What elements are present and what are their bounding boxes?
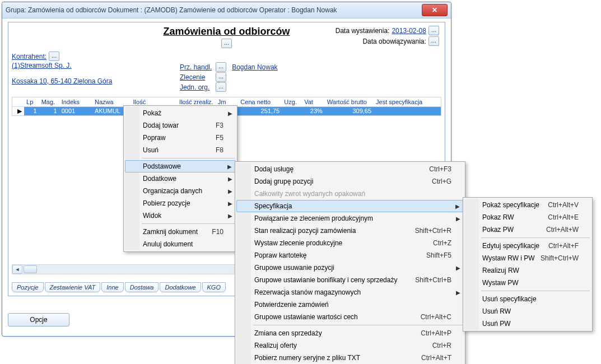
tab-dodatkowe[interactable]: Dodatkowe <box>160 282 201 292</box>
opcje-label: Opcje <box>30 316 47 324</box>
scroll-left-icon[interactable]: ◄ <box>12 265 22 274</box>
menu-item-label: Popraw kartotekę <box>254 251 306 259</box>
menu-item[interactable]: Zamknij dokumentF10 <box>125 226 236 238</box>
date-effect-picker[interactable]: ... <box>428 36 439 46</box>
menu-item[interactable]: Podstawowe▶ <box>125 160 236 172</box>
menu-item-label: Popraw <box>143 134 166 142</box>
menu-item-label: Stan realizacji pozycji zamówienia <box>254 227 356 235</box>
menu-shortcut: Ctrl+Alt+F <box>548 242 579 250</box>
menu-shortcut: Shift+Ctrl+W <box>541 254 579 262</box>
menu-item[interactable]: Powiązanie ze zleceniem produkcyjnym▶ <box>236 212 464 225</box>
title-more-button[interactable]: ... <box>221 39 232 48</box>
chevron-right-icon: ▶ <box>456 265 460 271</box>
prz-handl-picker[interactable]: ... <box>216 62 226 72</box>
menu-item[interactable]: Dodaj towarF3 <box>125 119 236 132</box>
tab-dostawa[interactable]: Dostawa <box>125 282 159 292</box>
chevron-right-icon: ▶ <box>228 110 232 116</box>
cell-vat: 23% <box>302 107 325 115</box>
operator-link[interactable]: Bogdan Nowak <box>232 63 277 71</box>
tab-pozycje[interactable]: Pozycje <box>12 282 44 292</box>
zlecenie-picker[interactable]: ... <box>216 72 226 82</box>
menu-item[interactable]: Realizuj ofertyCtrl+R <box>236 339 464 352</box>
menu-item[interactable]: Dodatkowe▶ <box>125 172 236 185</box>
menu-item[interactable]: Wystaw RW i PWShift+Ctrl+W <box>464 252 591 264</box>
menu-item[interactable]: Pokaż▶ <box>125 107 236 119</box>
chevron-right-icon: ▶ <box>228 176 232 182</box>
menu-item[interactable]: Grupowe ustawianie wartości cechCtrl+Alt… <box>236 311 464 323</box>
menu-item[interactable]: Edytuj specyfikacjeCtrl+Alt+F <box>464 240 591 252</box>
menu-item[interactable]: Popraw kartotekęShift+F5 <box>236 249 464 262</box>
menu-item[interactable]: Rezerwacja stanów magazynowych▶ <box>236 286 464 298</box>
date-issue-picker[interactable]: ... <box>428 26 439 35</box>
menu-item-label: Usuń specyfikacje <box>482 295 537 303</box>
menu-item[interactable]: Grupowe usuwanie pozycji▶ <box>236 262 464 274</box>
menu-item[interactable]: Usuń PW <box>464 318 591 330</box>
menu-item[interactable]: Pobierz numery seryjne z pliku TXTCtrl+A… <box>236 352 464 364</box>
menu-item[interactable]: Pokaż specyfikacjeCtrl+Alt+V <box>464 199 591 211</box>
cell-spec <box>374 107 441 115</box>
col-mag[interactable]: Mag. <box>39 97 59 107</box>
menu-item[interactable]: Zmiana cen sprzedażyCtrl+Alt+P <box>236 327 464 339</box>
menu-item-label: Wystaw zlecenie produkcyjne <box>254 239 342 247</box>
menu-shortcut: Shift+F5 <box>426 251 451 259</box>
menu-item[interactable]: Usuń RW <box>464 305 591 318</box>
col-wb[interactable]: Wartość brutto <box>325 97 374 107</box>
menu-item-label: Usuń PW <box>482 320 511 328</box>
menu-item-label: Całkowity zwrot wydanych opakowań <box>254 190 365 198</box>
menu-item[interactable]: Pokaz PWCtrl+Alt+W <box>464 223 591 236</box>
close-button[interactable]: ✕ <box>422 4 448 16</box>
menu-item[interactable]: Widok▶ <box>125 209 236 222</box>
col-cena[interactable]: Cena netto <box>238 97 282 107</box>
context-menu-level1[interactable]: Pokaż▶Dodaj towarF3PoprawF5UsuńF8Podstaw… <box>123 105 237 252</box>
kontrahent-label: Kontrahent: <box>12 53 46 60</box>
menu-item[interactable]: Dodaj usługęCtrl+F3 <box>236 163 464 175</box>
menu-item-label: Anuluj dokument <box>143 240 193 248</box>
menu-item[interactable]: Realizuj RW <box>464 264 591 277</box>
menu-item-label: Zamknij dokument <box>143 228 198 236</box>
jedn-org-picker[interactable]: ... <box>216 82 226 92</box>
menu-item[interactable]: Wystaw PW <box>464 277 591 289</box>
tab-zestawienie-vat[interactable]: Zestawienie VAT <box>45 282 101 292</box>
kontrahent-address[interactable]: Kossaka 10, 65-140 Zielona Góra <box>12 77 112 85</box>
chevron-right-icon: ▶ <box>228 200 232 207</box>
tab-inne[interactable]: Inne <box>101 282 123 292</box>
menu-shortcut: Ctrl+Alt+E <box>548 213 579 221</box>
kontrahent-picker[interactable]: ... <box>49 52 59 61</box>
col-lp[interactable]: Lp <box>24 97 39 107</box>
kontrahent-name[interactable]: (1)Streamsoft Sp. J. <box>12 62 72 69</box>
menu-separator <box>253 325 463 325</box>
menu-item-label: Grupowe ustawianie wartości cech <box>254 313 358 321</box>
menu-item[interactable]: Specyfikacja▶ <box>236 200 464 212</box>
col-vat[interactable]: Vat <box>302 97 325 107</box>
cell-uzg <box>282 107 302 115</box>
menu-item[interactable]: Dodaj grupę pozycjiCtrl+G <box>236 175 464 188</box>
zlecenie-label: Zlecenie <box>180 73 213 81</box>
menu-item[interactable]: Pokaz RWCtrl+Alt+E <box>464 211 591 223</box>
menu-item-label: Wystaw PW <box>482 279 519 287</box>
menu-item[interactable]: Pobierz pozycje▶ <box>125 197 236 209</box>
tab-kgo[interactable]: KGO <box>202 282 226 292</box>
col-indeks[interactable]: Indeks <box>59 97 92 107</box>
context-menu-level2[interactable]: Dodaj usługęCtrl+F3Dodaj grupę pozycjiCt… <box>235 161 465 364</box>
menu-shortcut: Ctrl+R <box>432 342 451 349</box>
menu-item[interactable]: Usuń specyfikacje <box>464 293 591 305</box>
menu-item[interactable]: Organizacja danych▶ <box>125 185 236 197</box>
chevron-right-icon: ▶ <box>228 188 232 194</box>
date-issue-value[interactable]: 2013-02-08 <box>392 27 426 35</box>
col-spec[interactable]: Jest specyfikacja <box>374 97 441 107</box>
scroll-thumb[interactable] <box>24 265 37 273</box>
context-menu-level3[interactable]: Pokaż specyfikacjeCtrl+Alt+VPokaz RWCtrl… <box>463 197 593 332</box>
opcje-button[interactable]: Opcje <box>8 313 69 326</box>
row-indicator-icon: ▶ <box>12 107 24 115</box>
menu-item[interactable]: PoprawF5 <box>125 132 236 144</box>
col-uzg[interactable]: Uzg. <box>282 97 302 107</box>
menu-item[interactable]: UsuńF8 <box>125 144 236 156</box>
menu-item[interactable]: Stan realizacji pozycji zamówieniaShift+… <box>236 225 464 237</box>
menu-item[interactable]: Potwierdzenie zamówień <box>236 298 464 311</box>
window-title: Grupa: Zamówienia od odbiorców Dokument … <box>6 6 422 14</box>
menu-shortcut: Ctrl+Z <box>433 239 451 247</box>
menu-item[interactable]: Grupowe ustawianie bonifikaty i ceny spr… <box>236 274 464 286</box>
cell-lp: 1 <box>24 107 39 115</box>
menu-item[interactable]: Wystaw zlecenie produkcyjneCtrl+Z <box>236 237 464 249</box>
menu-item[interactable]: Anuluj dokument <box>125 238 236 250</box>
